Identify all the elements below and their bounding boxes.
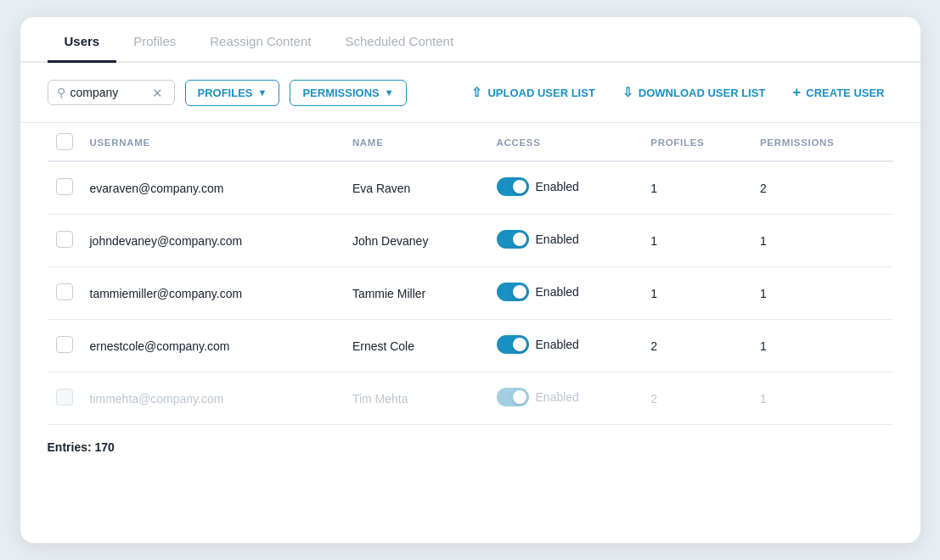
cell-username: johndevaney@company.com	[82, 215, 344, 267]
cell-profiles: 2	[642, 320, 751, 372]
create-btn-label: CREATE USER	[806, 87, 884, 99]
table-row: johndevaney@company.comJohn DevaneyEnabl…	[48, 215, 893, 267]
users-table: USERNAME NAME ACCESS PROFILES PERMISSION…	[48, 123, 893, 425]
access-label: Enabled	[536, 285, 579, 299]
download-icon: ⇩	[622, 85, 633, 100]
cell-profiles: 2	[642, 372, 751, 425]
cell-permissions: 1	[751, 372, 893, 425]
permissions-chevron-icon: ▼	[385, 87, 394, 98]
header-profiles: PROFILES	[642, 123, 751, 161]
tab-reassign[interactable]: Reassign Content	[193, 17, 328, 63]
access-toggle[interactable]: Enabled	[497, 388, 579, 406]
cell-access: Enabled	[488, 372, 643, 425]
cell-name: Eva Raven	[344, 161, 488, 215]
cell-permissions: 1	[751, 320, 893, 372]
search-input[interactable]	[70, 86, 147, 99]
cell-access: Enabled	[488, 161, 643, 215]
download-user-list-button[interactable]: ⇩ DOWNLOAD USER LIST	[614, 79, 774, 106]
cell-permissions: 1	[751, 215, 893, 267]
table-row: ernestcole@company.comErnest ColeEnabled…	[48, 320, 893, 372]
access-label: Enabled	[536, 180, 579, 193]
tab-users[interactable]: Users	[48, 17, 117, 63]
tab-profiles[interactable]: Profiles	[116, 17, 193, 63]
access-label: Enabled	[536, 390, 579, 404]
upload-icon: ⇧	[471, 85, 482, 100]
toolbar: ⚲ ✕ PROFILES ▼ PERMISSIONS ▼ ⇧ UPLOAD US…	[20, 63, 920, 123]
entries-bar: Entries: 170	[20, 425, 920, 471]
toggle-track[interactable]	[497, 177, 529, 196]
entries-label: Entries:	[48, 440, 92, 454]
toggle-knob	[513, 232, 526, 246]
toggle-track[interactable]	[497, 335, 529, 354]
select-all-checkbox[interactable]	[56, 133, 73, 150]
cell-name: Ernest Cole	[344, 320, 488, 372]
row-checkbox[interactable]	[56, 336, 73, 353]
access-label: Enabled	[536, 338, 579, 351]
profiles-chevron-icon: ▼	[258, 87, 267, 98]
cell-username: timmehta@company.com	[82, 372, 344, 425]
cell-profiles: 1	[642, 267, 751, 320]
main-card: Users Profiles Reassign Content Schedule…	[20, 17, 920, 543]
table-row: timmehta@company.comTim MehtaEnabled21	[48, 372, 893, 425]
table-header-row: USERNAME NAME ACCESS PROFILES PERMISSION…	[48, 123, 893, 161]
download-btn-label: DOWNLOAD USER LIST	[639, 87, 766, 99]
cell-username: ernestcole@company.com	[82, 320, 344, 372]
cell-name: John Devaney	[344, 215, 488, 267]
access-toggle[interactable]: Enabled	[497, 177, 579, 196]
row-checkbox[interactable]	[56, 178, 73, 195]
tabs-bar: Users Profiles Reassign Content Schedule…	[20, 17, 920, 63]
row-checkbox[interactable]	[56, 231, 73, 248]
access-toggle[interactable]: Enabled	[497, 335, 579, 354]
header-permissions: PERMISSIONS	[751, 123, 893, 161]
tab-scheduled[interactable]: Scheduled Content	[328, 17, 470, 63]
upload-user-list-button[interactable]: ⇧ UPLOAD USER LIST	[463, 79, 603, 106]
toggle-track[interactable]	[497, 230, 529, 249]
cell-profiles: 1	[642, 161, 751, 215]
create-plus-icon: +	[792, 84, 801, 101]
row-checkbox[interactable]	[56, 283, 73, 300]
access-toggle[interactable]: Enabled	[497, 230, 579, 249]
cell-username: tammiemiller@company.com	[82, 267, 344, 320]
permissions-dropdown-button[interactable]: PERMISSIONS ▼	[290, 80, 406, 106]
toggle-knob	[513, 390, 526, 404]
toggle-knob	[513, 338, 526, 351]
cell-permissions: 1	[751, 267, 893, 320]
cell-access: Enabled	[488, 215, 643, 267]
row-checkbox[interactable]	[56, 389, 73, 406]
cell-username: evaraven@company.com	[82, 161, 344, 215]
header-name: NAME	[344, 123, 488, 161]
permissions-btn-label: PERMISSIONS	[302, 87, 379, 99]
table-row: tammiemiller@company.comTammie MillerEna…	[48, 267, 893, 320]
cell-profiles: 1	[642, 215, 751, 267]
clear-search-button[interactable]: ✕	[152, 87, 163, 99]
header-check-col	[48, 123, 82, 161]
cell-access: Enabled	[488, 267, 643, 320]
cell-name: Tammie Miller	[344, 267, 488, 320]
cell-name: Tim Mehta	[344, 372, 488, 425]
toggle-track[interactable]	[497, 283, 529, 301]
cell-access: Enabled	[488, 320, 643, 372]
toggle-track[interactable]	[497, 388, 529, 406]
cell-permissions: 2	[751, 161, 893, 215]
access-label: Enabled	[536, 232, 579, 246]
toggle-knob	[513, 180, 526, 193]
entries-count: 170	[95, 440, 115, 454]
users-table-wrap: USERNAME NAME ACCESS PROFILES PERMISSION…	[20, 123, 920, 425]
table-row: evaraven@company.comEva RavenEnabled12	[48, 161, 893, 215]
profiles-btn-label: PROFILES	[198, 87, 253, 99]
profiles-dropdown-button[interactable]: PROFILES ▼	[185, 80, 280, 106]
access-toggle[interactable]: Enabled	[497, 283, 579, 301]
header-access: ACCESS	[488, 123, 643, 161]
toggle-knob	[513, 285, 526, 299]
search-box: ⚲ ✕	[48, 80, 175, 105]
search-icon: ⚲	[57, 86, 65, 99]
upload-btn-label: UPLOAD USER LIST	[487, 87, 594, 99]
create-user-button[interactable]: + CREATE USER	[784, 78, 892, 107]
header-username: USERNAME	[82, 123, 344, 161]
